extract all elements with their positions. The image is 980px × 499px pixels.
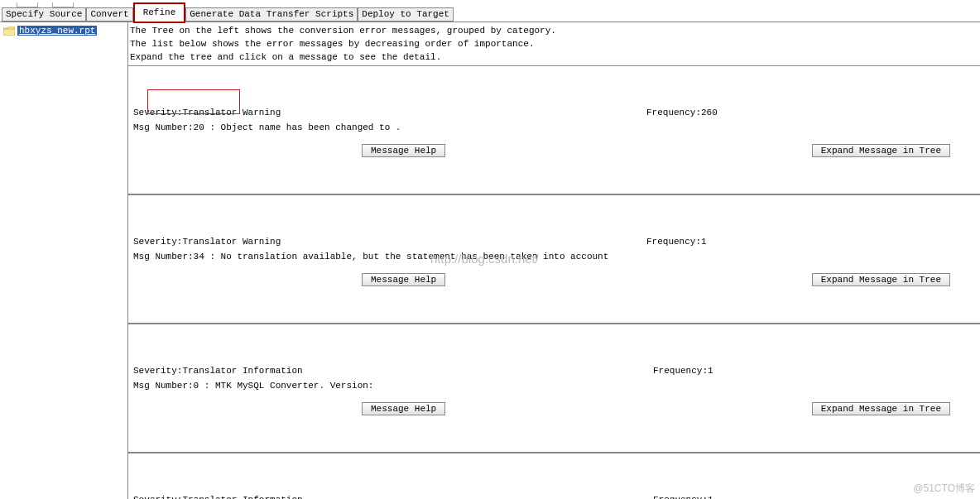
intro-line: The list below shows the error messages … xyxy=(130,37,978,50)
message-list: Severity:Translator Warning Frequency:26… xyxy=(128,66,980,499)
tab-generate-scripts[interactable]: Generate Data Transfer Scripts xyxy=(185,7,358,22)
severity-label: Severity:Translator Warning xyxy=(133,108,646,118)
message-text: Msg Number:34 : No translation available… xyxy=(133,252,975,261)
tree-pane: hbxyzs_new.rpt xyxy=(0,22,128,499)
main-area: hbxyzs_new.rpt The Tree on the left show… xyxy=(0,22,980,499)
frequency-label: Frequency:1 xyxy=(653,366,713,376)
message-text: Msg Number:20 : Object name has been cha… xyxy=(133,122,975,132)
severity-label: Severity:Translator Information xyxy=(133,495,653,499)
frequency-label: Frequency:1 xyxy=(646,237,707,247)
message-help-button[interactable]: Message Help xyxy=(362,144,445,157)
severity-label: Severity:Translator Warning xyxy=(133,237,646,247)
intro-line: Expand the tree and click on a message t… xyxy=(130,50,978,64)
intro-line: The Tree on the left shows the conversio… xyxy=(130,24,978,37)
frequency-label: Frequency:1 xyxy=(653,495,713,499)
tree-root-label[interactable]: hbxyzs_new.rpt xyxy=(17,26,97,36)
tab-deploy-target[interactable]: Deploy to Target xyxy=(358,7,454,22)
intro-text: The Tree on the left shows the conversio… xyxy=(128,22,980,66)
content-pane: The Tree on the left shows the conversio… xyxy=(128,22,980,499)
message-block: Severity:Translator Warning Frequency:1 … xyxy=(128,195,980,324)
message-block: Severity:Translator Information Frequenc… xyxy=(128,324,980,453)
folder-icon xyxy=(3,26,15,36)
severity-label: Severity:Translator Information xyxy=(133,366,653,376)
message-help-button[interactable]: Message Help xyxy=(362,273,445,286)
tab-convert[interactable]: Convert xyxy=(86,7,132,22)
message-help-button[interactable]: Message Help xyxy=(362,402,445,415)
expand-message-button[interactable]: Expand Message in Tree xyxy=(812,273,950,286)
tree-root-item[interactable]: hbxyzs_new.rpt xyxy=(3,26,124,36)
tab-refine[interactable]: Refine xyxy=(133,2,186,23)
message-text: Msg Number:0 : MTK MySQL Converter. Vers… xyxy=(133,381,975,391)
tab-specify-source[interactable]: Specify Source xyxy=(2,7,86,22)
frequency-label: Frequency:260 xyxy=(646,108,718,118)
message-block: Severity:Translator Information Frequenc… xyxy=(128,453,980,499)
expand-message-button[interactable]: Expand Message in Tree xyxy=(812,402,950,415)
expand-message-button[interactable]: Expand Message in Tree xyxy=(812,144,950,157)
message-block: Severity:Translator Warning Frequency:26… xyxy=(128,66,980,195)
wizard-tabbar: Specify Source Convert Refine Generate D… xyxy=(0,7,980,22)
